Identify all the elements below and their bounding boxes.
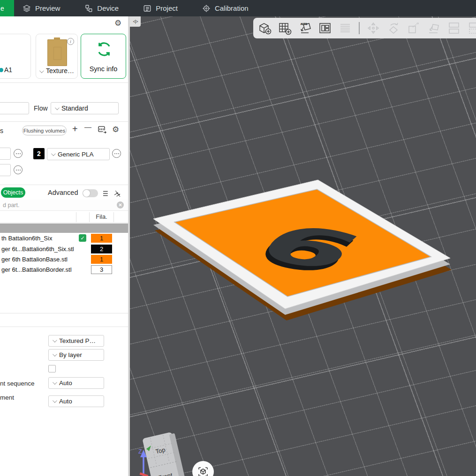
printer-status-icon bbox=[0, 68, 3, 72]
filament-column-header: Fila. bbox=[90, 213, 113, 220]
assembly-view-icon[interactable] bbox=[113, 189, 121, 198]
flow-label: Flow bbox=[34, 104, 48, 112]
spiral-checkbox[interactable] bbox=[48, 365, 56, 372]
fit-view-cube-icon bbox=[197, 466, 209, 476]
divider bbox=[0, 313, 128, 313]
table-row[interactable]: ger 6t...Battalion6th_Six.stl 2 bbox=[0, 244, 128, 254]
objects-tab[interactable]: Objects bbox=[1, 187, 25, 198]
layers-icon[interactable] bbox=[338, 21, 353, 36]
object-name: ger 6t...Battalion6th_Six.stl bbox=[1, 245, 74, 253]
clear-search-icon[interactable]: ✕ bbox=[117, 201, 124, 208]
filament-badge[interactable]: 1 bbox=[91, 255, 112, 264]
info-icon[interactable]: i bbox=[67, 38, 74, 45]
arrangement-label-fragment: ment bbox=[0, 394, 14, 401]
chevron-down-icon bbox=[51, 151, 56, 156]
filament-3-menu-icon[interactable] bbox=[14, 165, 23, 174]
add-object-icon[interactable] bbox=[257, 21, 272, 36]
advanced-toggle[interactable] bbox=[83, 189, 98, 197]
filament-1-menu-icon[interactable] bbox=[14, 149, 23, 158]
viewport-3d[interactable]: 6 6 <|> AUTO bbox=[130, 16, 476, 476]
arrange-icon[interactable] bbox=[317, 21, 332, 36]
sequence-value: Auto bbox=[59, 379, 72, 387]
flushing-volumes-button[interactable]: Flushing volumes bbox=[22, 126, 67, 135]
device-icon bbox=[84, 4, 93, 13]
object-name: ger 6t...BattalionBorder.stl bbox=[1, 266, 72, 273]
tab-project[interactable]: Project bbox=[143, 4, 178, 13]
bed-type-select[interactable]: Textured P… bbox=[48, 335, 104, 347]
add-filament-button[interactable]: + bbox=[72, 124, 78, 134]
split-objects-icon[interactable] bbox=[446, 21, 461, 36]
checked-checkbox[interactable]: ✓ bbox=[79, 234, 86, 242]
filament-2-material-select[interactable]: Generic PLA bbox=[47, 148, 110, 160]
split-parts-icon[interactable] bbox=[467, 21, 476, 36]
sync-info-label: Sync info bbox=[81, 65, 126, 73]
chevron-down-icon bbox=[39, 68, 44, 73]
chevron-down-icon bbox=[53, 398, 57, 403]
arrangement-value: Auto bbox=[59, 398, 72, 405]
project-icon bbox=[143, 4, 151, 13]
chevron-down-icon bbox=[53, 380, 57, 385]
tab-calibration-label: Calibration bbox=[215, 4, 249, 12]
sequence-label-fragment: nt sequence bbox=[0, 380, 35, 387]
model-scene[interactable]: 6 6 bbox=[130, 16, 476, 476]
arrangement-select[interactable]: Auto bbox=[48, 395, 104, 407]
object-search-input[interactable]: d part. ✕ bbox=[0, 200, 128, 211]
panel-collapse-handle[interactable]: <|> bbox=[130, 16, 141, 27]
move-icon[interactable] bbox=[366, 21, 381, 36]
tab-preview[interactable]: Preview bbox=[23, 4, 60, 13]
svg-text:AUTO: AUTO bbox=[301, 22, 307, 25]
printer-card[interactable]: A1 bbox=[0, 34, 31, 79]
table-row[interactable]: th Battalion6th_Six ✓ 1 bbox=[0, 233, 128, 244]
print-order-select[interactable]: By layer bbox=[48, 349, 104, 361]
filament-3-swatch[interactable] bbox=[0, 164, 11, 176]
rotate-icon[interactable] bbox=[386, 21, 401, 36]
sequence-select[interactable]: Auto bbox=[48, 377, 104, 389]
tab-prepare-active[interactable]: e bbox=[0, 0, 14, 16]
plate-type-dropdown[interactable]: Texture… bbox=[36, 67, 77, 74]
build-plate-card[interactable]: i Texture… bbox=[36, 34, 78, 79]
objects-tab-label: Objects bbox=[3, 189, 23, 196]
advanced-label: Advanced bbox=[48, 189, 78, 196]
filaments-header-fragment: s bbox=[0, 127, 3, 134]
filament-1-swatch[interactable] bbox=[0, 148, 11, 160]
list-view-icon[interactable] bbox=[100, 189, 109, 198]
flushing-volumes-label: Flushing volumes bbox=[23, 128, 65, 134]
sync-info-button[interactable]: Sync info bbox=[81, 34, 126, 79]
tab-device[interactable]: Device bbox=[84, 4, 119, 13]
remove-filament-button[interactable]: — bbox=[84, 123, 91, 131]
process-preset-input[interactable] bbox=[0, 102, 29, 114]
tab-project-label: Project bbox=[156, 4, 178, 12]
tab-device-label: Device bbox=[97, 4, 119, 12]
tab-calibration[interactable]: Calibration bbox=[202, 4, 249, 13]
layers-icon bbox=[23, 4, 31, 13]
add-plate-icon[interactable] bbox=[277, 21, 292, 36]
ams-sync-icon[interactable] bbox=[97, 125, 108, 136]
plate-texture-thumbnail bbox=[47, 39, 67, 66]
chevron-down-icon bbox=[53, 352, 57, 357]
filament-settings-gear-icon[interactable]: ⚙ bbox=[112, 126, 119, 134]
divider bbox=[0, 82, 128, 83]
auto-orient-icon[interactable]: AUTO bbox=[297, 21, 312, 36]
selected-plate-row[interactable] bbox=[0, 223, 128, 233]
filament-badge[interactable]: 2 bbox=[91, 245, 112, 253]
filament-2-number-badge: 2 bbox=[33, 148, 45, 159]
table-row[interactable]: ger 6th BattalionBase.stl 1 bbox=[0, 254, 128, 265]
filament-2-menu-icon[interactable] bbox=[112, 149, 121, 158]
lay-on-face-icon[interactable] bbox=[426, 21, 441, 36]
filament-badge[interactable]: 3 bbox=[91, 265, 112, 274]
scale-icon[interactable] bbox=[406, 21, 421, 36]
printer-settings-gear-icon[interactable]: ⚙ bbox=[114, 19, 121, 27]
active-tab-label-fragment: e bbox=[0, 5, 4, 12]
divider bbox=[0, 121, 128, 122]
left-sidebar: ⚙ A1 i Texture… Sync info Flow Standard … bbox=[0, 16, 128, 476]
filament-badge[interactable]: 1 bbox=[91, 234, 112, 243]
panel-scrollbar[interactable] bbox=[128, 16, 130, 476]
search-placeholder-fragment: d part. bbox=[3, 202, 19, 208]
table-row[interactable]: ger 6t...BattalionBorder.stl 3 bbox=[0, 265, 128, 275]
flow-value: Standard bbox=[61, 104, 88, 112]
chevron-down-icon bbox=[55, 105, 60, 110]
flow-select[interactable]: Standard bbox=[51, 102, 119, 114]
plate-type-value: Texture… bbox=[46, 67, 74, 74]
column-divider bbox=[113, 212, 114, 222]
calibration-icon bbox=[202, 4, 211, 13]
